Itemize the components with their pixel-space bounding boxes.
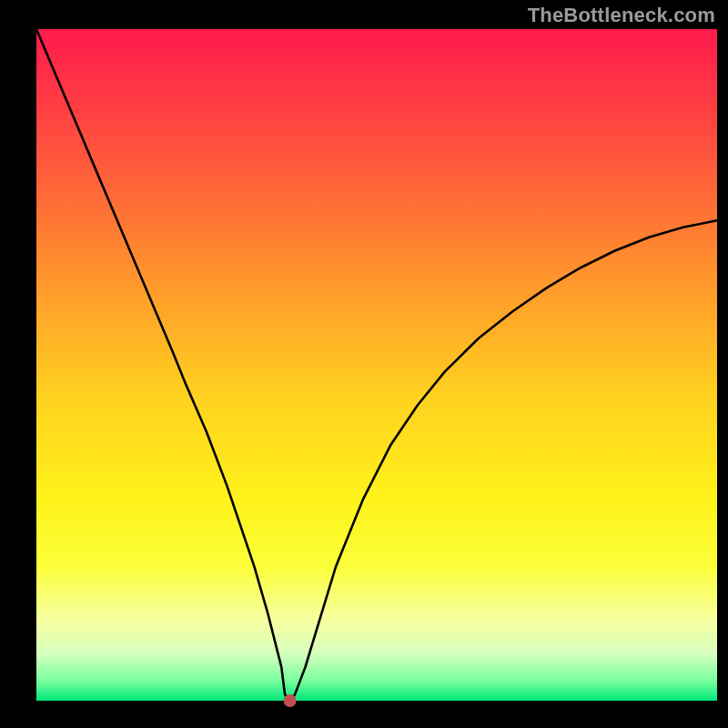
watermark-label: TheBottleneck.com <box>528 4 715 27</box>
chart-frame: TheBottleneck.com <box>0 0 728 728</box>
plot-area <box>36 29 717 701</box>
bottleneck-chart <box>0 0 728 728</box>
optimal-point-marker <box>284 694 297 707</box>
